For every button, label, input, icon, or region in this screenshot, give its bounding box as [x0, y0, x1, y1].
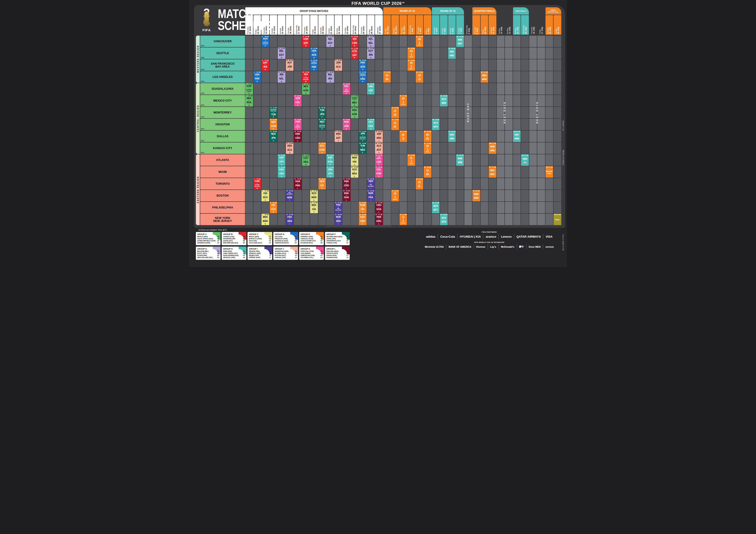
day-cell [383, 47, 391, 59]
day-cell [505, 142, 513, 154]
separator [473, 244, 474, 249]
legend-team-name: DEN/MKD/CZE/IRL [197, 242, 210, 244]
day-cell [432, 131, 440, 142]
day-cell [521, 142, 529, 154]
day-cell [342, 71, 350, 83]
group-letter: H [370, 128, 371, 130]
match-cell-30: 3018:00SCOvMARC [310, 190, 318, 201]
day-cell [481, 131, 488, 142]
day-cell [432, 59, 440, 71]
day-cell [270, 166, 278, 178]
team: CAN [255, 180, 259, 182]
match-teams: TUNvJPN [319, 109, 326, 116]
team: W73 [433, 122, 438, 124]
date-header-2-July: Thursday2 July [416, 15, 423, 35]
city-label-houston: HOUSTONET-1 [200, 119, 245, 130]
team: W98 [514, 138, 519, 140]
match-teams: W79vW80 [440, 97, 447, 106]
team: W76 [442, 217, 446, 219]
versus-label: v [313, 207, 314, 208]
date-header-1-July: Wednesday1 July [408, 15, 415, 35]
day-cell [513, 202, 521, 213]
date-number: 19 June [314, 15, 316, 34]
match-teams: TUR/ROU SVK/KOSvPAR [310, 61, 318, 69]
match-cell-48: 4822:00COLvCOD JAM/NCLK [342, 83, 350, 94]
team: UKR/SWE POL/ALB [360, 137, 366, 140]
team: 1B [418, 38, 421, 40]
team: 3 [403, 101, 404, 104]
match-teams: SUIvITA/NIR WAL/BIH [302, 73, 310, 81]
legend-team-code: I3 [270, 255, 271, 257]
day-cell [546, 178, 553, 190]
match-teams: 1Gv3AEHIJ [408, 49, 415, 59]
day-cell [424, 47, 431, 59]
legend-team-code: H4 [243, 257, 245, 259]
date-header-rotated: Thursday18 June [302, 15, 310, 35]
match-content: 3915:00BELvIRNG [326, 71, 334, 83]
day-cell [440, 59, 448, 71]
match-cell-75: 7521:001Fv2C [391, 107, 399, 118]
day-cell [554, 83, 561, 94]
date-number: 10 July [484, 15, 486, 34]
date-header-rotated: Sunday14 June [270, 15, 277, 35]
versus-label: v [354, 171, 355, 172]
team: DEN/MKD CZE/IRL [246, 89, 252, 92]
team: GHA [295, 180, 300, 183]
day-cell [537, 36, 545, 47]
day-cell [326, 83, 334, 94]
group-letter: J [378, 140, 379, 141]
versus-label: v [281, 171, 282, 172]
day-cell [383, 119, 391, 130]
day-cell [375, 83, 383, 94]
day-cell [440, 119, 448, 130]
team: ITA/NIR WAL/BIH [352, 50, 357, 53]
legend-team-name: UKR/SWE/POL/ALB [326, 240, 340, 242]
team: ARG [336, 133, 341, 135]
day-cell [424, 59, 431, 71]
day-cell [270, 214, 278, 225]
match-cell-65: 6520:00CPVvKSAH [367, 119, 375, 130]
match-teams: ESPvCPV [278, 156, 285, 164]
team: URU [279, 173, 284, 175]
match-content: 10115:00W97vW98 [513, 131, 521, 142]
match-content: 115:00MEXvRSAA [245, 95, 253, 106]
match-content: 4217:00FRAvIRQ BOL/SURI [335, 202, 342, 213]
team: BRA [352, 173, 357, 175]
match-content: 9116:00W76vW78 [440, 214, 448, 225]
day-cell [286, 178, 294, 190]
day-cell [416, 166, 423, 178]
group-letter: B [305, 81, 307, 82]
team: RSA [304, 161, 308, 163]
match-teams: 2Kv2L [416, 180, 423, 189]
day-cell [448, 36, 456, 47]
day-cell [537, 154, 545, 166]
day-cell [529, 131, 537, 142]
day-cell [456, 131, 464, 142]
day-cell [318, 166, 326, 178]
day-cell [245, 214, 253, 225]
match-content: 3600:00TUNvJPNF [318, 107, 326, 118]
day-cell [432, 107, 440, 118]
versus-label: v [460, 41, 460, 43]
versus-label: v [338, 64, 339, 65]
team: 2I [402, 138, 404, 140]
date-header-22-June: Monday22 June [335, 15, 342, 35]
day-cell [521, 190, 529, 201]
match-cell-37: 3718:00URUvCPVH [326, 166, 334, 178]
day-cell [440, 71, 448, 83]
match-cell-47: 4713:00PORvUZBK [342, 119, 350, 130]
day-cell [505, 131, 513, 142]
match-teams: KSAvURU [278, 168, 285, 176]
versus-label: v [362, 207, 363, 208]
day-cell [270, 83, 278, 94]
match-cell-21: 2119:00GHAvPANL [294, 178, 302, 190]
match-content: 4516:00ENGvGHAL [342, 190, 350, 201]
day-cell [286, 95, 294, 106]
match-content: 7315:002Av2B [383, 71, 391, 83]
group-letter: F [362, 140, 363, 141]
day-cell [254, 166, 261, 178]
date-header-rotated: Friday12 June [254, 15, 261, 35]
partner-logo: aramco [486, 235, 496, 238]
legend-team-row: SAUDI ARABIA (KSA)H3 [223, 255, 245, 257]
team: W82 [449, 55, 454, 57]
